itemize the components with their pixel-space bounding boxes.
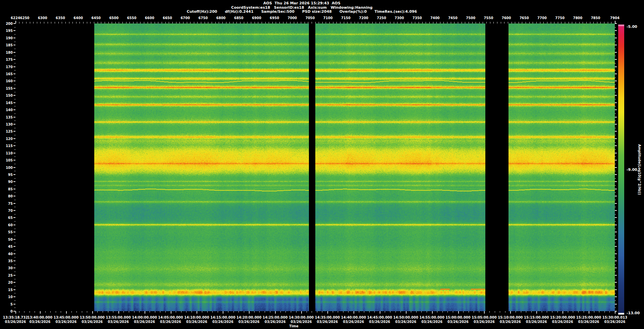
freq-axis-tick-label: 200 [6,22,13,26]
freq-axis-tick-label: 15 [8,288,13,291]
tick-minor [474,311,474,313]
freq-axis-tick-label: 195 [6,29,13,33]
tick-major [615,289,617,290]
tick-minor [609,311,610,313]
tick-major [615,102,617,103]
spectrogram-plot[interactable] [15,23,615,311]
tick-minor [427,311,427,313]
tick-major [223,311,223,314]
tick-major [615,210,617,211]
tick-major [615,117,617,117]
tick-minor [615,92,616,92]
tick-major [615,196,617,196]
time-axis-tick-label: 14:55:00.000 03/26/2026 [419,315,444,324]
time-axis-tick-label: 14:00:00.000 03/26/2026 [132,315,157,324]
freq-axis-tick-label: 20 [8,281,13,284]
time-axis-tick-label: 15:15:00.000 03/26/2026 [524,315,549,324]
freq-axis-tick-label: 50 [8,237,13,241]
tick-minor [129,311,129,313]
tick-minor [469,311,469,313]
freq-axis-tick-label: 110 [6,151,13,155]
time-axis-tick-label: 14:45:00.000 03/26/2026 [367,315,392,324]
record-axis-tick-label: 7600 [502,16,511,20]
tick-major [327,311,328,314]
tick-major [615,153,617,153]
time-axis-tick-label: 14:35:00.000 03/26/2026 [315,315,340,324]
record-axis-tick-label: 7050 [306,16,315,20]
tick-minor [615,135,616,135]
time-axis-tick-label: 15:30:00.013 03/26/2026 [602,315,627,324]
tick-major [615,282,617,283]
time-axis-tick-label: 15:20:00.000 03/26/2026 [550,315,575,324]
tick-major [615,66,617,67]
freq-axis-tick-label: 185 [6,43,13,47]
tick-major [15,311,16,314]
colorbar-axis-title: Amplitude(Log10(g^2/Hz)) [638,144,641,195]
record-axis-tick-label: 7100 [323,16,333,20]
tick-minor [312,311,312,313]
tick-minor [50,311,51,313]
tick-minor [568,311,568,313]
freq-axis-tick-label: 10 [8,295,13,299]
freq-axis-tick-label: 60 [8,223,13,227]
tick-major [615,261,617,261]
tick-major [171,311,171,314]
tick-major [510,311,511,314]
tick-minor [615,236,616,236]
tick-minor [233,311,234,313]
tick-major [615,23,617,24]
tick-minor [615,56,616,56]
tick-minor [421,311,422,313]
tick-major [615,160,617,160]
tick-minor [364,311,364,313]
tick-minor [615,200,616,200]
tick-major [249,311,250,314]
tick-minor [463,311,464,313]
tick-minor [160,311,160,313]
tick-major [615,124,617,125]
tick-major [197,311,197,314]
tick-minor [615,70,616,70]
tick-minor [542,311,542,313]
tick-major [615,203,617,204]
time-axis-tick-label: 14:40:00.000 03/26/2026 [341,315,366,324]
record-axis-tick-label: 6300 [38,16,47,20]
tick-minor [228,311,228,313]
record-axis-tick-label: 7400 [430,16,440,20]
tick-major [615,131,617,132]
tick-minor [615,121,616,121]
tick-minor [359,311,359,313]
record-axis-tick-label: 6750 [199,16,208,20]
tick-major [118,311,119,314]
tick-minor [338,311,338,313]
tick-minor [186,311,186,313]
freq-axis-tick-label: 105 [6,158,13,162]
tick-minor [400,311,401,313]
tick-minor [207,311,208,313]
record-axis-tick-label: 6600 [145,16,154,20]
tick-minor [35,311,35,313]
tick-minor [317,311,317,313]
tick-minor [615,99,616,99]
freq-axis-tick-label: 25 [8,273,13,277]
time-axis-tick-label: 14:25:00.000 03/26/2026 [263,315,287,324]
tick-minor [615,156,616,157]
time-axis-tick-label: 14:30:00.000 03/26/2026 [289,315,314,324]
freq-axis-tick-label: 55 [8,230,13,234]
tick-major [615,174,617,175]
record-axis-tick-label: 6450 [91,16,101,20]
tick-minor [615,250,616,250]
record-axis-tick-label: 7500 [466,16,475,20]
tick-minor [333,311,333,313]
tick-major [589,311,589,314]
tick-minor [307,311,307,313]
tick-minor [165,311,166,313]
record-axis-tick-label: 6700 [180,16,190,20]
tick-minor [285,311,286,313]
time-axis-tick-label: 14:05:00.000 03/26/2026 [158,315,183,324]
tick-minor [615,171,616,171]
tick-minor [615,272,616,272]
tick-minor [259,311,260,313]
tick-minor [615,221,616,222]
tick-minor [113,311,113,313]
